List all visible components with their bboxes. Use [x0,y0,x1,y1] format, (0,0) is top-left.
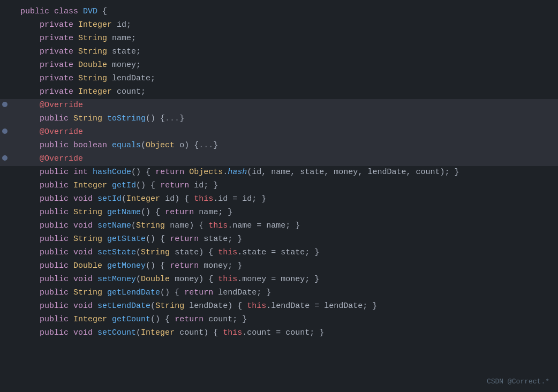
gutter-dot-10 [2,129,7,134]
code-line-6: private String lendDate; [0,72,558,86]
code-line-15: public void setId(Integer id) { this.id … [0,193,558,206]
gutter-dot-12 [2,155,7,161]
line-content-4: private String state; [20,46,554,58]
line-content-24: public Integer getCount() { return count… [20,313,554,326]
line-content-16: public String getName() { return name; } [20,206,554,219]
line-content-14: public Integer getId() { return id; } [20,179,554,192]
code-line-2: private Integer id; [0,19,558,32]
code-line-11: public boolean equals(Object o) {...} [0,139,558,153]
line-content-18: public String getState() { return state;… [20,233,554,246]
code-line-10: @Override [0,126,558,139]
code-line-9: public String toString() {...} [0,112,558,126]
code-editor: public class DVD { private Integer id; p… [0,0,558,392]
line-content-23: public void setLendDate(String lendDate)… [20,300,554,313]
code-line-8: @Override [0,99,558,112]
line-content-2: private Integer id; [20,19,554,32]
line-content-19: public void setState(String state) { thi… [20,246,554,259]
code-line-7: private Integer count; [0,86,558,99]
code-line-16: public String getName() { return name; } [0,206,558,220]
line-content-15: public void setId(Integer id) { this.id … [20,193,554,206]
code-line-20: public Double getMoney() { return money;… [0,260,558,273]
code-line-12: @Override [0,153,558,166]
gutter-dot-8 [2,102,7,107]
code-line-18: public String getState() { return state;… [0,233,558,246]
gutter-12 [0,155,10,161]
line-content-25: public void setCount(Integer count) { th… [20,327,554,340]
line-content-13: public int hashCode() { return Objects.h… [20,166,554,179]
line-content-20: public Double getMoney() { return money;… [20,260,554,273]
line-content-11: public boolean equals(Object o) {...} [20,139,554,152]
line-content-6: private String lendDate; [20,72,554,85]
code-line-19: public void setState(String state) { thi… [0,246,558,260]
line-content-10: @Override [20,126,554,139]
code-line-13: public int hashCode() { return Objects.h… [0,166,558,179]
code-line-21: public void setMoney(Double money) { thi… [0,273,558,287]
code-line-22: public String getLendDate() { return len… [0,287,558,300]
code-line-5: private Double money; [0,59,558,72]
line-content-3: private String name; [20,32,554,45]
code-line-25: public void setCount(Integer count) { th… [0,327,558,340]
watermark: CSDN @Correct.* [487,376,549,388]
gutter-8 [0,102,10,107]
line-content-8: @Override [20,99,554,112]
code-line-23: public void setLendDate(String lendDate)… [0,300,558,313]
gutter-10 [0,129,10,134]
code-line-4: private String state; [0,46,558,59]
code-line-3: private String name; [0,32,558,46]
line-content-22: public String getLendDate() { return len… [20,287,554,299]
line-content-5: private Double money; [20,59,554,72]
code-line-17: public void setName(String name) { this.… [0,220,558,233]
line-content-21: public void setMoney(Double money) { thi… [20,273,554,286]
line-content-9: public String toString() {...} [20,112,554,125]
line-content-12: @Override [20,153,554,165]
code-line-1: public class DVD { [0,5,558,19]
line-content-7: private Integer count; [20,86,554,99]
line-content-17: public void setName(String name) { this.… [20,220,554,232]
code-line-14: public Integer getId() { return id; } [0,179,558,193]
code-line-24: public Integer getCount() { return count… [0,313,558,327]
line-content-1: public class DVD { [20,5,554,18]
